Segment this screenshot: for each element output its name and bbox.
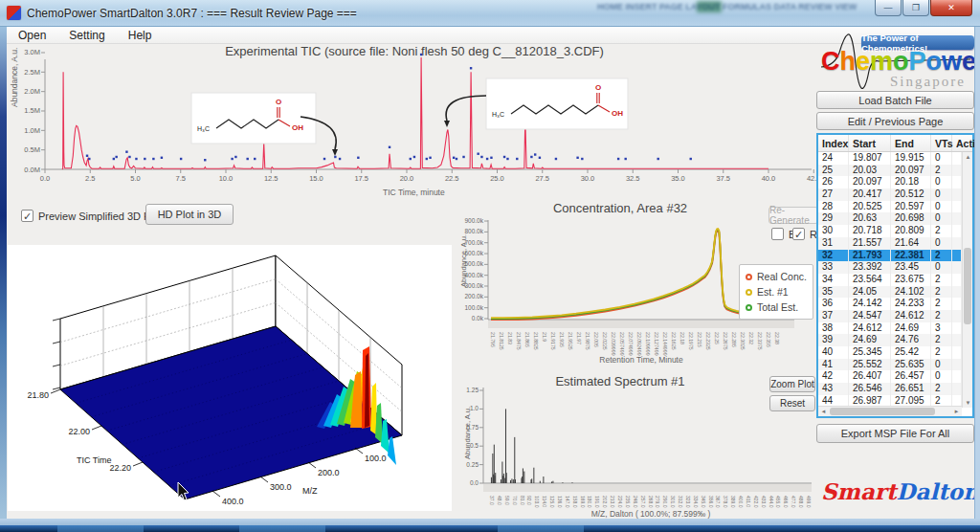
legend-label: Total Est. [757, 301, 798, 313]
bg-checkbox[interactable] [771, 228, 784, 240]
edit-previous-button[interactable]: Edit / Previous Page [816, 112, 974, 130]
taskbar-item[interactable] [239, 525, 325, 532]
svg-text:488.0: 488.0 [798, 496, 804, 508]
table-row[interactable]: 2419.80719.9150 [818, 152, 962, 165]
table-row[interactable]: 3724.54724.6122 [818, 310, 962, 322]
scroll-up-icon[interactable]: ▲ [963, 152, 973, 162]
svg-text:300.0: 300.0 [270, 482, 292, 492]
table-vertical-scrollbar[interactable]: ▲ ▼ [962, 152, 972, 408]
svg-text:323.0: 323.0 [685, 496, 691, 508]
svg-text:367.0: 367.0 [715, 496, 721, 508]
table-row[interactable]: 3020.71820.8092 [818, 225, 962, 237]
table-row[interactable]: 3221.79322.3812 [818, 250, 962, 262]
spectrum-chart: 0.00.250.50.751.01.2537.048.059.070.081.… [457, 371, 815, 522]
table-row[interactable]: 3624.14224.2332 [818, 298, 962, 310]
table-row[interactable]: 4326.54626.6512 [818, 383, 962, 395]
table-row[interactable]: 4226.40726.4570 [818, 370, 962, 383]
export-msp-button[interactable]: Export MSP File For All [816, 424, 974, 443]
window-left-border [0, 27, 7, 525]
table-cell: 29 [818, 212, 849, 225]
table-cell: 2 [931, 298, 952, 310]
svg-text:20.0: 20.0 [400, 174, 414, 183]
concentration-xlabel: Retention Time, Minute [536, 355, 746, 365]
horizontal-scroll-thumb[interactable] [830, 408, 935, 415]
brand-country: Singapore [890, 74, 976, 90]
svg-text:22.3025: 22.3025 [740, 332, 746, 350]
svg-text:TIC Time: TIC Time [77, 455, 112, 465]
table-cell [952, 188, 962, 201]
plot3d-chart[interactable]: 21.8022.0022.20TIC Time400.0300.0200.010… [8, 245, 452, 511]
app-icon [7, 6, 21, 20]
close-button[interactable]: ✕ [930, 0, 972, 16]
table-cell: 0 [931, 212, 952, 225]
table-header-cell[interactable]: Start [849, 135, 891, 151]
table-row[interactable]: 4125.55225.6350 [818, 359, 962, 371]
menu-item-open[interactable]: Open [7, 29, 57, 42]
taskbar-item[interactable] [57, 525, 144, 532]
svg-text:H₃C: H₃C [492, 111, 504, 118]
scroll-down-icon[interactable]: ▼ [963, 398, 973, 408]
table-cell: 19.915 [891, 152, 931, 165]
scroll-left-icon[interactable]: ◄ [818, 407, 829, 416]
table-cell: 25.552 [849, 359, 891, 371]
table-row[interactable]: 2520.0320.0972 [818, 165, 962, 177]
table-horizontal-scrollbar[interactable]: ◄ ► [818, 406, 962, 416]
window-titlebar[interactable]: HOME INSERT PAGE LAYOUT FORMULAS DATA RE… [0, 0, 980, 27]
table-row[interactable]: 3323.39223.450 [818, 261, 962, 274]
table-row[interactable]: 3824.61224.693 [818, 322, 962, 335]
svg-text:22.285: 22.285 [731, 332, 737, 347]
hd-plot-button[interactable]: HD Plot in 3D [145, 204, 234, 225]
vertical-scroll-thumb[interactable] [964, 248, 971, 324]
svg-text:12.5: 12.5 [264, 174, 278, 183]
table-cell: 32 [818, 250, 849, 262]
scroll-right-icon[interactable]: ► [951, 407, 962, 416]
menu-item-setting[interactable]: Setting [57, 29, 116, 42]
legend-item: Real Conc. [746, 269, 807, 284]
svg-text:21.80: 21.80 [27, 390, 49, 400]
zoom-plot-button[interactable]: Zoom Plot [769, 376, 815, 392]
table-cell: 20.417 [849, 188, 891, 201]
brand-letter: o [926, 47, 943, 76]
table-cell: 27 [818, 188, 849, 201]
svg-text:21.935: 21.935 [559, 332, 565, 347]
regenerate-button[interactable]: Re-Generate [768, 207, 818, 224]
svg-text:22.3375: 22.3375 [757, 332, 763, 350]
reset-button[interactable]: Reset [769, 395, 815, 411]
svg-text:312.0: 312.0 [678, 496, 683, 508]
table-cell: 0 [931, 359, 952, 371]
table-row[interactable]: 2820.52520.5970 [818, 201, 962, 213]
table-cell: 20.809 [891, 225, 931, 237]
menu-item-help[interactable]: Help [117, 29, 164, 42]
maximize-button[interactable]: ❐ [902, 0, 929, 16]
table-header-cell[interactable]: End [891, 135, 931, 151]
table-row[interactable]: 2920.6320.6980 [818, 212, 962, 225]
svg-text:22.144999: 22.144999 [662, 332, 668, 356]
svg-text:37.0: 37.0 [489, 496, 495, 505]
table-row[interactable]: 3121.55721.640 [818, 237, 962, 250]
table-row[interactable]: 3423.56423.6752 [818, 274, 962, 286]
table-row[interactable]: 4025.34525.422 [818, 346, 962, 359]
svg-text:279.0: 279.0 [655, 496, 660, 508]
table-cell [952, 359, 962, 371]
spectrum-xlabel: M/Z, Dalton ( 100.0%; 87.599‰ ) [536, 509, 766, 519]
table-cell: 2 [931, 286, 952, 299]
table-cell: 20.718 [849, 225, 891, 237]
table-header-cell[interactable]: VTs [931, 135, 952, 151]
table-cell: 0 [931, 176, 952, 188]
table-cell: 24.233 [891, 298, 931, 310]
table-row[interactable]: 3924.6924.762 [818, 334, 962, 346]
table-row[interactable]: 2620.09720.180 [818, 176, 962, 188]
table-cell: 30 [818, 225, 849, 237]
taskbar[interactable] [0, 525, 980, 532]
minimize-button[interactable]: — [875, 0, 902, 16]
taskbar-item[interactable] [498, 525, 584, 532]
r-checkbox[interactable]: ✓ [792, 228, 805, 240]
table-header-cell[interactable]: Index [818, 135, 849, 151]
table-row[interactable]: 3524.0524.1022 [818, 286, 962, 299]
table-cell: 20.525 [849, 201, 891, 213]
brand-letter: e [856, 47, 870, 76]
load-batch-button[interactable]: Load Batch File [816, 91, 974, 109]
table-row[interactable]: 2720.41720.5120 [818, 188, 962, 201]
table-cell [952, 176, 962, 188]
preview-3d-checkbox[interactable]: ✓ [21, 210, 33, 222]
